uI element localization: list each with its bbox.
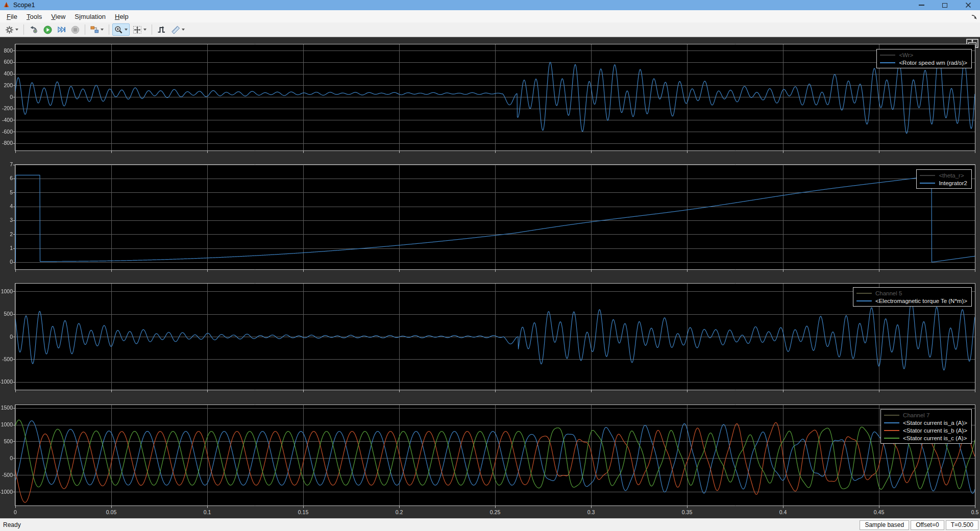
- y-tick-label: 5: [0, 189, 13, 195]
- y-tick-label: -1000: [0, 489, 13, 495]
- status-panels: Sample basedOffset=0T=0.500: [858, 520, 978, 530]
- y-tick-label: 400: [0, 70, 13, 77]
- y-tick-label: 1500: [0, 404, 13, 411]
- legend-entry[interactable]: Integrator2: [920, 179, 967, 187]
- y-tick-label: 4: [0, 203, 13, 209]
- theta-plot-legend: <theta_r>Integrator2: [916, 169, 972, 189]
- menu-file[interactable]: File: [2, 11, 22, 22]
- fit-to-view-icon: [133, 26, 142, 34]
- measurements-button[interactable]: [169, 23, 187, 36]
- close-icon: [965, 2, 971, 8]
- legend-entry[interactable]: <Stator current is_c (A)>: [884, 434, 967, 442]
- y-tick-label: 0: [0, 259, 13, 265]
- y-tick-label: -500: [0, 472, 13, 478]
- x-tick-label: 0.45: [866, 509, 892, 515]
- toolbar: [0, 22, 980, 37]
- legend-label: <Stator current is_c (A)>: [903, 435, 967, 441]
- legend-label: <Rotor speed wm (rad/s)>: [899, 60, 967, 66]
- y-tick-label: -1000: [0, 378, 13, 385]
- theta-plot-canvas[interactable]: [12, 164, 978, 273]
- legend-entry[interactable]: Channel 5: [856, 289, 967, 297]
- legend-entry[interactable]: <Electromagnetic torque Te (N*m)>: [856, 297, 967, 305]
- snapshot-icon: [29, 26, 38, 34]
- window-controls: [910, 0, 980, 10]
- legend-entry[interactable]: <Wr>: [880, 51, 967, 59]
- legend-line-swatch: [920, 175, 935, 176]
- stop-button[interactable]: [69, 23, 82, 36]
- y-tick-label: 600: [0, 59, 13, 65]
- signal-selector-icon: [90, 26, 99, 34]
- minimize-button[interactable]: [910, 0, 933, 10]
- maximize-button[interactable]: [933, 0, 957, 10]
- legend-label: <Electromagnetic torque Te (N*m)>: [875, 298, 967, 304]
- menu-help[interactable]: Help: [110, 11, 133, 22]
- y-tick-label: 0: [0, 94, 13, 100]
- legend-label: <theta_r>: [939, 172, 964, 179]
- zoom-button[interactable]: [112, 23, 130, 36]
- x-tick-label: 0.05: [99, 509, 124, 515]
- legend-line-swatch: [884, 415, 899, 416]
- x-tick-label: 0.5: [962, 509, 980, 515]
- scope-window-icon: [2, 2, 10, 9]
- legend-line-swatch: [884, 438, 899, 439]
- trigger-button[interactable]: [155, 23, 168, 36]
- configuration-button[interactable]: [3, 23, 20, 36]
- torque-plot-canvas[interactable]: [12, 283, 978, 393]
- signal-selector-button[interactable]: [88, 23, 106, 36]
- legend-line-swatch: [880, 55, 895, 56]
- dropdown-arrow-icon[interactable]: [15, 29, 18, 31]
- y-tick-label: 6: [0, 175, 13, 181]
- x-tick-label: 0.4: [770, 509, 796, 515]
- legend-entry[interactable]: Channel 7: [884, 411, 967, 419]
- snapshot-button[interactable]: [27, 23, 40, 36]
- titlebar[interactable]: Scope1: [0, 0, 980, 10]
- dock-icon[interactable]: [971, 13, 977, 22]
- legend-label: Channel 7: [903, 412, 929, 418]
- zoom-icon: [114, 26, 123, 34]
- scope-window: Scope1 FileToolsViewSimulationHelp: [0, 0, 980, 531]
- legend-line-swatch: [884, 422, 899, 423]
- y-tick-label: 800: [0, 47, 13, 54]
- toolbar-separator: [85, 24, 85, 35]
- legend-entry[interactable]: <Rotor speed wm (rad/s)>: [880, 59, 967, 66]
- step-forward-icon: [57, 26, 66, 34]
- x-tick-label: 0.15: [290, 509, 316, 515]
- fit-to-view-button[interactable]: [131, 23, 149, 36]
- status-offset: Offset=0: [911, 520, 944, 530]
- close-button[interactable]: [957, 0, 980, 10]
- legend-entry[interactable]: <Stator current is_a (A)>: [884, 419, 967, 426]
- measurements-icon: [171, 26, 180, 34]
- dropdown-arrow-icon[interactable]: [182, 29, 185, 31]
- menu-tools[interactable]: Tools: [22, 11, 46, 22]
- y-tick-label: 500: [0, 438, 13, 444]
- window-title: Scope1: [13, 2, 35, 9]
- dropdown-arrow-icon[interactable]: [101, 29, 104, 31]
- legend-label: <Stator current is_a (A)>: [903, 420, 967, 426]
- y-tick-label: 500: [0, 311, 13, 317]
- toolbar-separator: [23, 24, 24, 35]
- step-forward-button[interactable]: [55, 23, 68, 36]
- legend-line-swatch: [856, 300, 872, 301]
- stator-currents-plot-canvas[interactable]: [12, 404, 978, 509]
- y-tick-label: 1000: [0, 421, 13, 427]
- legend-entry[interactable]: <theta_r>: [920, 171, 967, 179]
- menu-simulation[interactable]: Simulation: [70, 11, 110, 22]
- rotor-speed-plot-legend: <Wr><Rotor speed wm (rad/s)>: [876, 49, 972, 68]
- menu-view[interactable]: View: [46, 11, 70, 22]
- y-tick-label: -400: [0, 117, 13, 123]
- rotor-speed-plot-canvas[interactable]: [12, 44, 978, 154]
- scope-canvas-area: 8006004002000-200-400-600-800<Wr><Rotor …: [0, 37, 980, 518]
- x-tick-label: 0.1: [194, 509, 220, 515]
- legend-label: <Wr>: [899, 52, 913, 58]
- dropdown-arrow-icon[interactable]: [143, 29, 146, 31]
- trigger-icon: [157, 26, 166, 34]
- legend-label: <Stator current is_b (A)>: [903, 427, 967, 434]
- y-tick-label: 2: [0, 231, 13, 237]
- status-text: Ready: [3, 521, 21, 528]
- run-button[interactable]: [41, 23, 54, 36]
- legend-entry[interactable]: <Stator current is_b (A)>: [884, 426, 967, 434]
- minimize-icon: [919, 5, 924, 6]
- stator-currents-plot-legend: Channel 7<Stator current is_a (A)><Stato…: [880, 409, 972, 444]
- dropdown-arrow-icon[interactable]: [125, 29, 128, 31]
- run-icon: [43, 26, 52, 34]
